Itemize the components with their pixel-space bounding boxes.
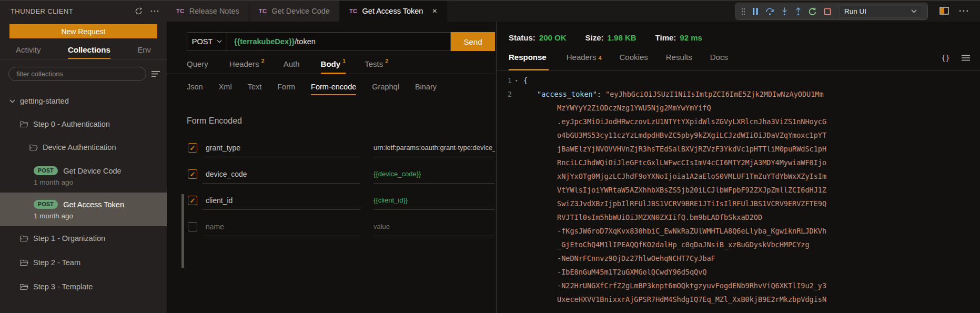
tab-env[interactable]: Env (137, 45, 151, 59)
checkbox-checked[interactable]: ✓ (188, 196, 197, 205)
tab-headers[interactable]: Headers2 (229, 57, 265, 74)
request-timestamp: 1 month ago (34, 212, 167, 220)
editor-more-icon[interactable]: ⋯ (958, 5, 969, 16)
close-icon[interactable]: ✕ (432, 7, 437, 15)
refresh-icon[interactable] (135, 7, 143, 15)
tab-body[interactable]: Body1 (321, 57, 346, 74)
restart-icon[interactable] (809, 7, 817, 16)
step-into-icon[interactable] (781, 7, 788, 16)
form-field-name[interactable]: device_code (203, 165, 360, 184)
form-row-empty: name value (188, 217, 496, 236)
tab-cookies[interactable]: Cookies (620, 48, 648, 70)
method-dropdown[interactable]: POST (187, 32, 227, 51)
format-json-icon[interactable]: {} (941, 54, 950, 62)
url-variable: {{terrakubeDex}} (234, 37, 295, 46)
tab-badge: 4 (598, 55, 601, 61)
pause-icon[interactable] (752, 7, 759, 15)
tree-folder-device-auth[interactable]: Device Authentication (0, 136, 167, 159)
step-out-icon[interactable] (795, 7, 802, 16)
tree-folder-step1[interactable]: Step 1 - Organization (0, 226, 167, 250)
folder-name: Step 2 - Team (33, 258, 80, 267)
chevron-down-icon (911, 9, 917, 13)
request-item-get-access-token[interactable]: POST Get Access Token 1 month ago (0, 193, 167, 226)
stop-icon[interactable] (824, 8, 831, 15)
form-field-value[interactable]: {{device_code}} (373, 165, 495, 184)
tab-auth[interactable]: Auth (284, 57, 302, 74)
token-text: -N22HrUNGXfCrfZ2gLmBP3knpt6mOQktgzyuvFog… (497, 279, 980, 292)
fold-arrow-icon[interactable]: ▾ (515, 74, 518, 87)
token-text: -fKgsJW6roD7XqKvx830hbiC_EwNkRaZUlWMHTLA… (497, 224, 980, 238)
body-tab-graphql[interactable]: Graphql (372, 83, 399, 95)
split-editor-icon[interactable] (939, 7, 949, 15)
new-request-button[interactable]: New Request (9, 24, 157, 38)
token-text: -IbE8nGuM45m1T2uGXMGolQCwdY96d5qQvQ (497, 265, 980, 279)
folder-icon (20, 235, 28, 242)
filter-collections-input[interactable] (8, 67, 146, 81)
tab-query[interactable]: Query (187, 57, 210, 74)
form-field-value[interactable]: urn:ietf:params:oauth:grant-type:device_… (373, 138, 495, 157)
response-menu-icon[interactable] (962, 55, 971, 61)
request-panel: POST {{terrakubeDex}}/token Send Query H… (167, 22, 497, 313)
tab-tests[interactable]: Tests2 (365, 57, 388, 74)
url-input[interactable]: {{terrakubeDex}}/token (227, 32, 451, 51)
form-field-name-placeholder[interactable]: name (203, 217, 360, 236)
sort-menu-icon[interactable] (151, 70, 160, 77)
form-field-name[interactable]: client_id (203, 191, 360, 210)
collection-name: getting-started (20, 97, 69, 105)
run-configuration-dropdown[interactable]: Run UI (839, 5, 922, 18)
form-encoded-heading: Form Encoded (187, 116, 496, 126)
folder-name: Step 1 - Organization (33, 234, 105, 243)
tree-folder-step2[interactable]: Step 2 - Team (0, 250, 167, 275)
tab-results[interactable]: Results (666, 48, 692, 70)
editor-tab-release-notes[interactable]: TC Release Notes (167, 1, 249, 22)
checkbox-checked[interactable]: ✓ (188, 169, 197, 179)
request-item-get-device-code[interactable]: POST Get Device Code 1 month ago (0, 159, 167, 193)
sidebar-more-icon[interactable]: ⋯ (150, 6, 159, 16)
panel-scrollbar[interactable] (181, 194, 184, 268)
checkbox-unchecked[interactable] (188, 222, 197, 231)
tree-folder-step3[interactable]: Step 3 - Template (0, 275, 167, 299)
body-tab-text[interactable]: Text (248, 83, 262, 95)
thunder-client-window: THUNDER CLIENT ⋯ New Request Activity Co… (0, 0, 980, 313)
editor-tab-label: Release Notes (189, 7, 239, 15)
tab-docs[interactable]: Docs (710, 48, 728, 70)
body-tab-json[interactable]: Json (187, 83, 203, 95)
drag-grip-icon[interactable] (741, 8, 745, 15)
form-row-client-id: ✓ client_id {{client_id}} (188, 191, 496, 210)
form-field-name[interactable]: grant_type (203, 138, 360, 157)
chevron-down-icon (9, 99, 15, 103)
token-text: .eyJpc3MiOiJodHRwczovLzU1NTYtYXpidWlsZGV… (497, 115, 980, 128)
editor-tab-label: Get Device Code (271, 7, 329, 15)
editor-tab-get-device-code[interactable]: TC Get Device Code (249, 1, 340, 22)
body-tab-form[interactable]: Form (277, 83, 295, 95)
form-field-value[interactable]: {{client_id}} (373, 191, 495, 210)
tab-response-headers[interactable]: Headers4 (567, 48, 602, 70)
tab-badge: 2 (261, 58, 265, 64)
time-label: Time: (655, 33, 676, 42)
method-badge-post: POST (34, 166, 58, 175)
body-tab-form-encode[interactable]: Form-encode (311, 83, 356, 95)
response-body-json[interactable]: 1 ▾ { 2 "access_token": "eyJhbGciOiJSUzI… (497, 74, 980, 306)
editor-tab-get-access-token[interactable]: TC Get Access Token ✕ (340, 1, 448, 22)
token-text: RnciLCJhdWQiOiJleGFtcGxlLWFwcCIsImV4cCI6… (497, 156, 980, 169)
sidebar: THUNDER CLIENT ⋯ New Request Activity Co… (0, 1, 167, 313)
size-label: Size: (585, 33, 604, 42)
tab-response[interactable]: Response (509, 48, 549, 70)
request-tabs: Query Headers2 Auth Body1 Tests2 (167, 57, 496, 74)
step-over-icon[interactable] (765, 7, 774, 16)
tab-activity[interactable]: Activity (16, 45, 41, 59)
debug-toolbar: Run UI (735, 3, 928, 20)
form-field-value-placeholder[interactable]: value (373, 217, 495, 236)
body-tab-binary[interactable]: Binary (415, 83, 437, 95)
thunder-client-icon: TC (176, 8, 185, 14)
form-encoded-rows: ✓ grant_type urn:ietf:params:oauth:grant… (188, 138, 496, 236)
send-button[interactable]: Send (451, 32, 495, 51)
checkbox-checked[interactable]: ✓ (188, 143, 197, 153)
body-tab-xml[interactable]: Xml (219, 83, 232, 95)
line-number: 2 (497, 87, 512, 101)
request-name: Get Access Token (63, 200, 124, 209)
tab-collections[interactable]: Collections (68, 45, 110, 59)
tree-folder-step0[interactable]: Step 0 - Authentication (0, 113, 167, 136)
tree-collection-getting-started[interactable]: getting-started (0, 89, 167, 113)
request-name: Get Device Code (63, 167, 121, 175)
